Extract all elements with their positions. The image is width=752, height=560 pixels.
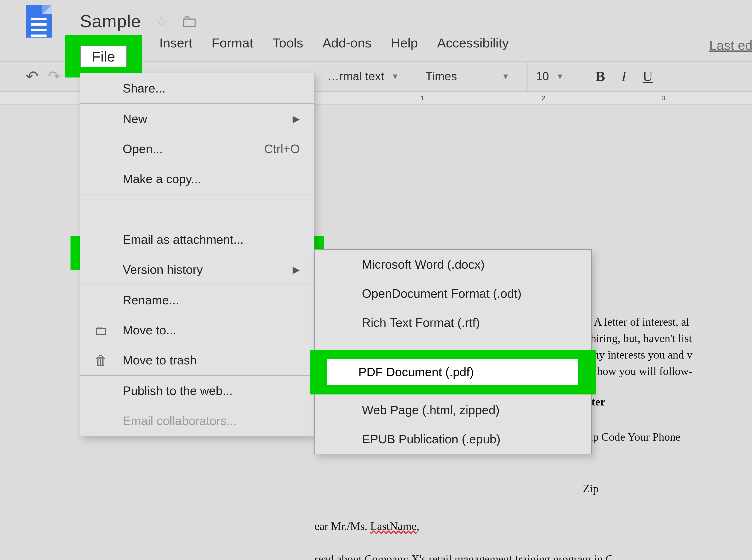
menu-item-new[interactable]: New ▶ — [80, 104, 314, 134]
menu-help[interactable]: Help — [390, 35, 419, 51]
google-docs-app: Sample ☆ 🗀 File Edit View Insert Format … — [0, 0, 752, 560]
ruler-mark-1: 1 — [421, 94, 424, 102]
menu-item-open[interactable]: Open... Ctrl+O — [80, 134, 314, 164]
menu-item-move-to-trash[interactable]: 🗑 Move to trash — [80, 345, 314, 375]
body-text: pany interests you and v — [583, 346, 693, 363]
menu-accessibility[interactable]: Accessibility — [436, 35, 510, 51]
docs-app-icon[interactable] — [26, 5, 52, 38]
menu-item-publish-web[interactable]: Publish to the web... — [80, 376, 314, 406]
bold-button[interactable]: B — [596, 68, 605, 84]
body-text: er A letter of interest, al — [583, 314, 689, 331]
menu-item-label: Rename... — [123, 293, 179, 307]
chevron-down-icon: ▼ — [556, 72, 564, 81]
menu-format[interactable]: Format — [210, 35, 254, 51]
submenu-item-label: Microsoft Word (.docx) — [362, 258, 485, 271]
menu-separator — [80, 194, 314, 195]
menu-item-email-collaborators: Email collaborators... — [80, 406, 314, 436]
file-menu-dropdown: Share... New ▶ Open... Ctrl+O Make a cop… — [80, 73, 314, 436]
submenu-arrow-icon: ▶ — [293, 264, 300, 275]
menu-item-move-to[interactable]: 🗀 Move to... — [80, 315, 314, 345]
annotation-pdf-highlight: PDF Document (.pdf) — [310, 350, 596, 395]
fontsize-dropdown[interactable]: 10 ▼ — [527, 61, 572, 91]
submenu-item-label: Web Page (.html, zipped) — [362, 403, 500, 417]
body-text: ear Mr./Ms. LastName, — [314, 518, 420, 535]
menu-item-shortcut: Ctrl+O — [264, 142, 300, 156]
menu-item-version-history[interactable]: Version history ▶ — [80, 255, 314, 285]
body-text: read about Company X's retail management… — [314, 551, 613, 560]
body-text: Zip — [583, 480, 599, 497]
submenu-item-epub[interactable]: EPUB Publication (.epub) — [315, 424, 591, 454]
chevron-down-icon: ▼ — [502, 72, 510, 81]
menu-item-label: Make a copy... — [123, 172, 201, 186]
menu-item-make-copy[interactable]: Make a copy... — [80, 164, 314, 194]
trash-icon: 🗑 — [95, 353, 108, 368]
menu-item-label: Move to trash — [123, 353, 197, 367]
submenu-item-label: OpenDocument Format (.odt) — [362, 287, 521, 300]
submenu-item-html[interactable]: Web Page (.html, zipped) — [315, 395, 591, 424]
style-value: …rmal text — [327, 69, 384, 83]
menu-item-label: Share... — [123, 81, 166, 95]
submenu-item-label: PDF Document (.pdf) — [359, 365, 474, 379]
menu-addons[interactable]: Add-ons — [321, 35, 373, 51]
ruler-mark-3: 3 — [661, 94, 665, 102]
submenu-item-pdf[interactable]: PDF Document (.pdf) — [327, 359, 578, 385]
menu-item-label: Email collaborators... — [123, 414, 237, 428]
submenu-item-docx[interactable]: Microsoft Word (.docx) — [315, 250, 591, 279]
body-text: on how you will follow- — [583, 363, 693, 380]
title-row: Sample ☆ 🗀 — [0, 0, 752, 35]
font-value: Times — [425, 69, 457, 83]
menu-item-rename[interactable]: Rename... — [80, 285, 314, 315]
folder-icon: 🗀 — [95, 323, 108, 338]
submenu-item-odt[interactable]: OpenDocument Format (.odt) — [315, 279, 591, 308]
submenu-arrow-icon: ▶ — [293, 114, 300, 124]
folder-icon[interactable]: 🗀 — [181, 12, 198, 31]
redo-icon[interactable]: ↷ — [48, 67, 61, 85]
submenu-item-label: EPUB Publication (.epub) — [362, 432, 501, 446]
italic-button[interactable]: I — [621, 68, 626, 84]
submenu-item-label: Rich Text Format (.rtf) — [362, 316, 480, 329]
menu-item-label: Move to... — [123, 323, 176, 337]
menu-tools[interactable]: Tools — [271, 35, 305, 51]
undo-icon[interactable]: ↶ — [26, 67, 39, 85]
menu-item-label: Email as attachment... — [123, 233, 244, 246]
menu-item-label: Open... — [123, 142, 163, 156]
underline-button[interactable]: U — [643, 68, 653, 84]
ruler-mark-2: 2 — [542, 94, 545, 102]
style-dropdown[interactable]: …rmal text ▼ — [319, 61, 407, 91]
menu-file[interactable]: File — [80, 45, 127, 67]
menu-item-email-attachment[interactable]: Email as attachment... — [80, 224, 314, 255]
menu-item-label: New — [123, 112, 147, 126]
menu-item-share[interactable]: Share... — [80, 73, 314, 103]
body-text: e hiring, but, haven't list — [583, 330, 692, 347]
menu-insert[interactable]: Insert — [158, 35, 193, 51]
font-dropdown[interactable]: Times ▼ — [417, 61, 518, 91]
last-edit-link[interactable]: Last edit — [709, 38, 752, 53]
document-title[interactable]: Sample — [80, 11, 141, 31]
submenu-item-rtf[interactable]: Rich Text Format (.rtf) — [315, 308, 591, 337]
menu-item-label: Version history — [123, 262, 203, 277]
chevron-down-icon: ▼ — [391, 72, 399, 81]
annotation-file-highlight: File — [65, 35, 142, 78]
body-text: Zip Code Your Phone — [583, 428, 680, 445]
menu-item-label: Publish to the web... — [123, 384, 233, 398]
star-icon[interactable]: ☆ — [155, 13, 168, 30]
fontsize-value: 10 — [536, 69, 549, 83]
